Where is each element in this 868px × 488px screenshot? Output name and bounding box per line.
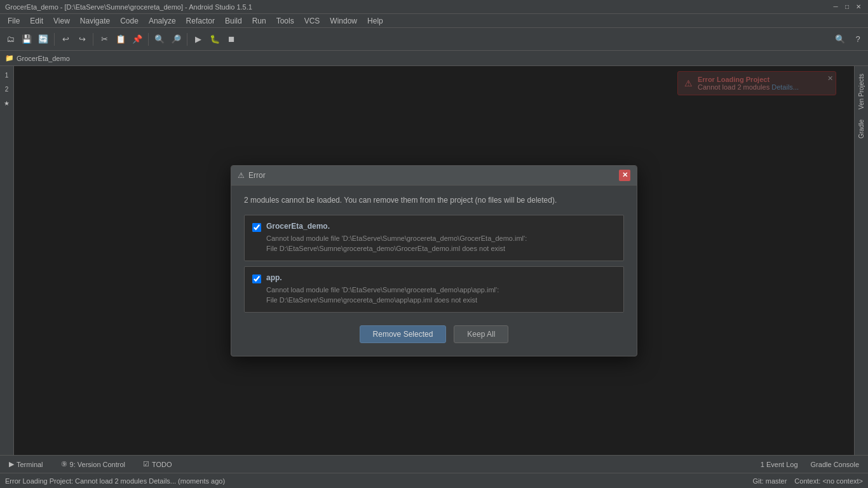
tb-replace-icon[interactable]: 🔎 [168,32,184,47]
gradle-console-tab[interactable]: Gradle Console [807,459,863,470]
menu-help[interactable]: Help [362,15,388,27]
menu-analyze[interactable]: Analyze [144,15,181,27]
tb-search-everywhere[interactable]: 🔍 [832,32,848,47]
dialog-message: 2 modules cannot be loaded. You can remo… [244,196,624,205]
terminal-icon: ▶ [9,460,14,468]
git-status: Git: master [753,477,787,485]
dialog-close-button[interactable]: ✕ [619,170,630,181]
close-button[interactable]: ✕ [854,3,863,11]
breadcrumb-project-icon: 📁 [5,54,14,62]
right-sidebar: Ven Projects Gradle [854,66,868,455]
module-1-name: GrocerEta_demo. [266,222,330,231]
menu-run[interactable]: Run [247,15,271,27]
tb-sync-icon[interactable]: 🔄 [36,32,51,47]
tb-paste-icon[interactable]: 📌 [130,32,145,47]
minimize-button[interactable]: ─ [831,3,840,11]
error-dialog: ⚠ Error ✕ 2 modules cannot be loaded. Yo… [231,165,637,356]
tb-copy-icon[interactable]: 📋 [113,32,128,47]
module-1-checkbox[interactable] [252,223,261,232]
tb-stop-icon[interactable]: ⏹ [224,32,239,47]
dialog-title-icon: ⚠ [238,171,245,180]
menu-code[interactable]: Code [115,15,144,27]
window-title: GrocerEta_demo - [D:\EtaServe\Sumne\groc… [5,3,831,11]
version-control-icon: ⑨ [61,460,67,468]
dialog-buttons: Remove Selected Keep All [244,325,624,346]
status-message: Error Loading Project: Cannot load 2 mod… [5,477,225,485]
dialog-title: ⚠ Error [238,171,266,180]
module-2-content: app. Cannot load module file 'D:\EtaServ… [266,273,616,306]
tb-run-icon[interactable]: ▶ [191,32,206,47]
todo-tab[interactable]: ☑ TODO [139,459,176,470]
version-control-tab[interactable]: ⑨ 9: Version Control [57,459,129,470]
tb-separator-2 [93,33,93,46]
menu-view[interactable]: View [48,15,75,27]
tb-project-icon[interactable]: 🗂 [3,32,18,47]
dialog-body: 2 modules cannot be loaded. You can remo… [231,186,637,356]
dialog-titlebar: ⚠ Error ✕ [231,166,637,186]
bottom-tool-bar: ▶ Terminal ⑨ 9: Version Control ☑ TODO 1… [0,455,868,473]
event-log-tab[interactable]: 1 Event Log [757,459,802,470]
menu-edit[interactable]: Edit [25,15,48,27]
keep-all-button[interactable]: Keep All [454,325,508,343]
tb-save-icon[interactable]: 💾 [19,32,34,47]
module-1-error: Cannot load module file 'D:\EtaServe\Sum… [266,233,616,254]
status-bar: Error Loading Project: Cannot load 2 mod… [0,473,868,488]
breadcrumb-bar: 📁 GrocerEta_demo [0,51,868,66]
tb-find-icon[interactable]: 🔍 [152,32,167,47]
tb-separator-4 [187,33,187,46]
tb-cut-icon[interactable]: ✂ [97,32,112,47]
right-sidebar-ven-projects[interactable]: Ven Projects [855,69,867,114]
module-2-error: Cannot load module file 'D:\EtaServe\Sum… [266,285,616,306]
context-status: Context: <no context> [794,477,863,485]
toolbar: 🗂 💾 🔄 ↩ ↪ ✂ 📋 📌 🔍 🔎 ▶ 🐛 ⏹ 🔍 ? [0,28,868,51]
editor-area: No files are open • Drag and Drop file(s… [14,66,854,455]
module-item-2: app. Cannot load module file 'D:\EtaServ… [244,266,624,313]
menu-build[interactable]: Build [220,15,247,27]
breadcrumb[interactable]: GrocerEta_demo [17,55,70,62]
tb-separator-3 [148,33,149,46]
sidebar-favorites-icon[interactable]: ★ [1,97,13,109]
title-bar: GrocerEta_demo - [D:\EtaServe\Sumne\groc… [0,0,868,14]
right-sidebar-gradle[interactable]: Gradle [855,114,867,144]
tb-redo-icon[interactable]: ↪ [74,32,90,47]
tb-debug-icon[interactable]: 🐛 [207,32,222,47]
menu-refactor[interactable]: Refactor [181,15,220,27]
menu-tools[interactable]: Tools [271,15,299,27]
maximize-button[interactable]: □ [843,3,851,11]
remove-selected-button[interactable]: Remove Selected [360,325,447,343]
module-1-content: GrocerEta_demo. Cannot load module file … [266,222,616,254]
menu-navigate[interactable]: Navigate [75,15,115,27]
todo-icon: ☑ [143,460,149,468]
module-2-checkbox[interactable] [252,274,261,283]
module-item-1: GrocerEta_demo. Cannot load module file … [244,215,624,261]
module-2-name: app. [266,273,282,282]
tb-help-icon[interactable]: ? [850,32,865,47]
terminal-tab[interactable]: ▶ Terminal [5,459,47,470]
left-sidebar: 1 2 ★ [0,66,14,455]
tb-undo-icon[interactable]: ↩ [58,32,73,47]
sidebar-structure-icon[interactable]: 2 [1,83,13,95]
menu-window[interactable]: Window [325,15,362,27]
modal-overlay: ⚠ Error ✕ 2 modules cannot be loaded. Yo… [14,66,854,455]
sidebar-project-icon[interactable]: 1 [1,69,13,81]
menu-file[interactable]: File [3,15,25,27]
menu-bar: File Edit View Navigate Code Analyze Ref… [0,14,868,28]
tb-separator-1 [54,33,55,46]
main-area: 1 2 ★ No files are open • Drag and D [0,66,868,455]
dialog-title-text: Error [248,171,266,180]
menu-vcs[interactable]: VCS [299,15,325,27]
window-controls: ─ □ ✕ [831,3,863,11]
